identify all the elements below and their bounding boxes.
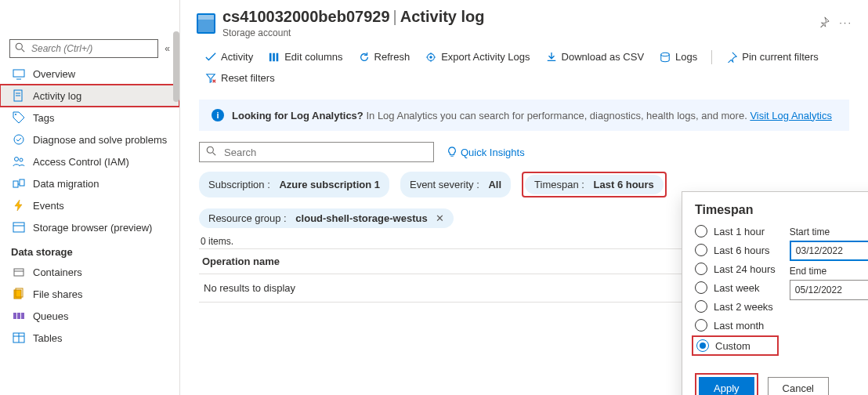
- refresh-button[interactable]: Refresh: [353, 48, 417, 66]
- sidebar-item-label: Activity log: [33, 90, 81, 102]
- svg-point-0: [16, 43, 22, 49]
- timespan-option-last-1-hour[interactable]: Last 1 hour: [695, 225, 776, 237]
- svg-rect-21: [21, 313, 24, 319]
- svg-line-41: [213, 153, 216, 156]
- svg-rect-12: [20, 179, 24, 186]
- sidebar-search-input[interactable]: [30, 42, 153, 55]
- info-icon: i: [212, 109, 224, 121]
- queue-icon: [13, 310, 25, 322]
- radio-icon: [695, 263, 707, 275]
- sidebar-item-queues[interactable]: Queues: [0, 305, 179, 327]
- sidebar-item-label: Tags: [33, 112, 54, 124]
- sidebar-item-storage-browser-preview-[interactable]: Storage browser (preview): [0, 216, 179, 238]
- filter-pill-subscription[interactable]: Subscription : Azure subscription 1: [199, 172, 389, 198]
- download-csv-button[interactable]: Download as CSV: [540, 48, 651, 66]
- table-icon: [13, 332, 25, 344]
- sidebar-item-data-migration[interactable]: Data migration: [0, 172, 179, 194]
- radio-icon: [695, 225, 707, 237]
- sidebar-item-label: Tables: [33, 332, 63, 344]
- sidebar-item-label: Containers: [33, 266, 82, 278]
- quick-insights-button[interactable]: Quick Insights: [447, 147, 525, 158]
- filter-pill-severity[interactable]: Event severity : All: [400, 172, 511, 198]
- export-button[interactable]: Export Activity Logs: [419, 48, 536, 66]
- apply-button[interactable]: Apply: [699, 377, 754, 395]
- browser-icon: [13, 221, 25, 234]
- svg-point-10: [20, 158, 23, 161]
- scrollbar-thumb[interactable]: [173, 63, 179, 102]
- logs-button[interactable]: Logs: [653, 48, 703, 66]
- page-title: cs410032000beb07929|Activity log: [222, 8, 805, 26]
- filter-pill-timespan-highlight: Timespan : Last 6 hours: [522, 172, 667, 198]
- pin-filters-button[interactable]: Pin current filters: [720, 48, 825, 66]
- more-icon[interactable]: ···: [839, 16, 852, 30]
- people-icon: [13, 155, 25, 168]
- svg-point-9: [15, 158, 19, 161]
- start-date-input[interactable]: 03/12/2022: [790, 241, 868, 261]
- radio-label: Last 6 hours: [714, 245, 770, 256]
- nav-section-data-storage: Data storage: [0, 238, 179, 261]
- container-icon: [13, 266, 25, 278]
- edit-columns-button[interactable]: Edit columns: [262, 48, 349, 66]
- files-icon: [13, 288, 25, 300]
- sidebar-item-label: Diagnose and solve problems: [33, 134, 167, 146]
- timespan-option-last-6-hours[interactable]: Last 6 hours: [695, 244, 776, 256]
- cancel-button[interactable]: Cancel: [768, 377, 829, 395]
- filter-pill-timespan[interactable]: Timespan : Last 6 hours: [525, 175, 664, 194]
- timespan-option-last-month[interactable]: Last month: [695, 319, 776, 332]
- svg-rect-19: [13, 313, 16, 319]
- end-date-input[interactable]: 05/12/2022: [790, 280, 868, 300]
- sidebar-item-label: Events: [33, 200, 64, 212]
- nav-list: OverviewActivity logTagsDiagnose and sol…: [0, 63, 179, 395]
- visit-log-analytics-link[interactable]: Visit Log Analytics: [750, 110, 832, 121]
- apply-highlight: Apply: [695, 373, 758, 395]
- main: cs410032000beb07929|Activity log Storage…: [180, 0, 868, 395]
- diagnose-icon: [13, 133, 25, 146]
- toolbar: Activity Edit columns Refresh Export Act…: [180, 42, 868, 95]
- sidebar-item-diagnose-and-solve-problems[interactable]: Diagnose and solve problems: [0, 129, 179, 150]
- timespan-option-last-week[interactable]: Last week: [695, 281, 776, 294]
- storage-account-icon: [196, 10, 216, 37]
- activity-search-input[interactable]: [222, 146, 427, 159]
- remove-filter-icon[interactable]: ✕: [436, 212, 444, 224]
- radio-label: Last 1 hour: [714, 226, 765, 237]
- sidebar-item-containers[interactable]: Containers: [0, 261, 179, 283]
- sidebar-item-tags[interactable]: Tags: [0, 107, 179, 129]
- radio-icon: [695, 300, 707, 313]
- radio-label: Custom: [715, 340, 750, 352]
- sidebar-item-tables[interactable]: Tables: [0, 327, 179, 349]
- timespan-option-last-24-hours[interactable]: Last 24 hours: [695, 263, 776, 275]
- pin-icon[interactable]: [819, 16, 830, 30]
- sidebar-item-file-shares[interactable]: File shares: [0, 283, 179, 305]
- bolt-icon: [13, 199, 25, 212]
- radio-label: Last 2 weeks: [714, 301, 773, 313]
- collapse-sidebar-icon[interactable]: «: [165, 43, 170, 54]
- sidebar-search[interactable]: [9, 39, 158, 58]
- svg-rect-28: [269, 53, 272, 61]
- timespan-popup: Timespan Last 1 hourLast 6 hoursLast 24 …: [682, 191, 868, 395]
- svg-point-37: [661, 53, 670, 56]
- search-icon: [206, 146, 216, 158]
- svg-rect-11: [13, 181, 18, 187]
- sidebar-item-label: Queues: [33, 310, 69, 322]
- tag-icon: [13, 111, 25, 124]
- svg-point-8: [14, 135, 24, 144]
- sidebar-item-events[interactable]: Events: [0, 194, 179, 216]
- timespan-options: Last 1 hourLast 6 hoursLast 24 hoursLast…: [695, 225, 776, 361]
- activity-search[interactable]: [199, 142, 434, 162]
- sidebar: « OverviewActivity logTagsDiagnose and s…: [0, 0, 180, 395]
- filter-pill-resource-group[interactable]: Resource group : cloud-shell-storage-wes…: [199, 208, 454, 228]
- sidebar-item-activity-log[interactable]: Activity log: [0, 85, 179, 107]
- activity-button[interactable]: Activity: [199, 48, 259, 66]
- timespan-option-last-2-weeks[interactable]: Last 2 weeks: [695, 300, 776, 313]
- svg-rect-30: [277, 53, 279, 61]
- svg-rect-13: [13, 223, 24, 232]
- timespan-option-custom[interactable]: Custom: [692, 335, 779, 356]
- radio-icon: [695, 244, 707, 256]
- reset-filters-button[interactable]: Reset filters: [199, 69, 281, 87]
- radio-icon: [695, 319, 707, 332]
- sidebar-item-overview[interactable]: Overview: [0, 63, 179, 85]
- search-icon: [15, 42, 25, 55]
- svg-rect-27: [198, 15, 214, 20]
- sidebar-item-access-control-iam-[interactable]: Access Control (IAM): [0, 150, 179, 172]
- svg-point-7: [15, 114, 16, 115]
